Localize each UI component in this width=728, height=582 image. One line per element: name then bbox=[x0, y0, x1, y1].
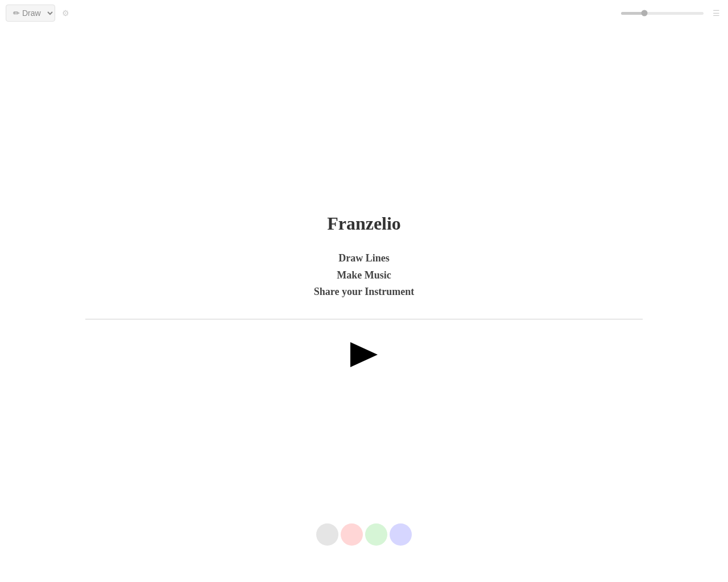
app-title: Franzelio bbox=[85, 213, 643, 234]
divider bbox=[85, 319, 643, 319]
color-dot-green[interactable] bbox=[365, 523, 387, 546]
toolbar-right-group: ☰ bbox=[621, 6, 722, 20]
svg-marker-0 bbox=[350, 342, 378, 367]
play-button[interactable] bbox=[350, 342, 378, 367]
color-dot-gray[interactable] bbox=[316, 523, 338, 546]
tagline-1: Draw Lines bbox=[85, 250, 643, 267]
settings-icon[interactable]: ⚙ bbox=[60, 6, 72, 20]
color-palette bbox=[316, 523, 412, 546]
tagline-3: Share your Instrument bbox=[85, 284, 643, 301]
slider-thumb[interactable] bbox=[641, 10, 647, 16]
tool-select[interactable]: ✏ Draw bbox=[6, 5, 55, 22]
slider[interactable] bbox=[621, 12, 704, 15]
toolbar-left-group: ✏ Draw ⚙ bbox=[6, 5, 72, 22]
tagline-2: Make Music bbox=[85, 267, 643, 284]
menu-icon[interactable]: ☰ bbox=[710, 6, 722, 20]
color-dot-blue[interactable] bbox=[390, 523, 412, 546]
top-toolbar: ✏ Draw ⚙ ☰ bbox=[0, 5, 728, 22]
main-content: Franzelio Draw Lines Make Music Share yo… bbox=[85, 213, 643, 369]
color-dot-red[interactable] bbox=[341, 523, 363, 546]
play-icon bbox=[350, 342, 378, 367]
